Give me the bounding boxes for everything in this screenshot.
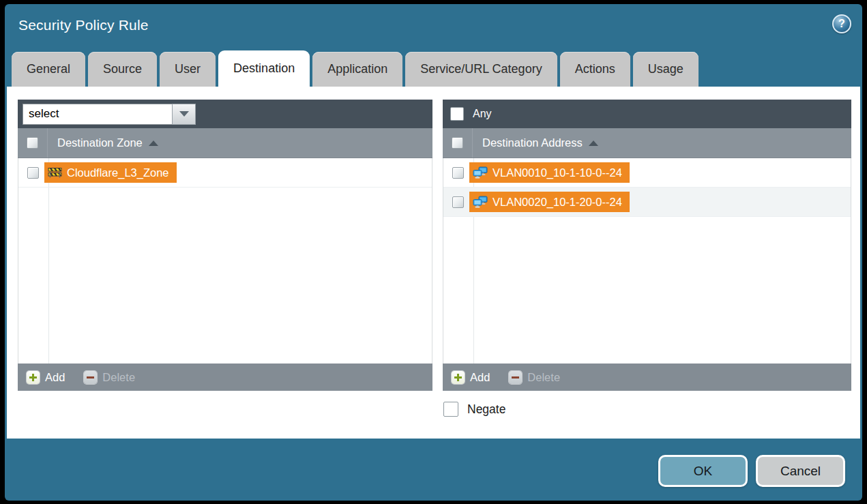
tab-general[interactable]: General (12, 52, 85, 87)
address-row-checkbox[interactable] (452, 167, 464, 179)
address-item-label: VLAN0020_10-1-20-0--24 (493, 196, 622, 209)
zone-column-title[interactable]: Destination Zone (57, 136, 158, 149)
any-checkbox[interactable] (450, 107, 464, 121)
address-toolbar: Any (443, 100, 851, 128)
address-column-title[interactable]: Destination Address (482, 136, 598, 149)
tab-actions[interactable]: Actions (560, 52, 630, 87)
tab-service-url-category[interactable]: Service/URL Category (405, 52, 557, 87)
dialog-title: Security Policy Rule (18, 17, 149, 33)
destination-tab-content: Destination Zone (7, 87, 860, 439)
zone-list: Cloudflare_L3_Zone (18, 158, 432, 364)
address-row: VLAN0010_10-1-10-0--24 (443, 158, 851, 188)
zone-filter-input[interactable] (23, 104, 172, 125)
zone-delete-button[interactable]: Delete (84, 371, 135, 384)
address-add-button[interactable]: Add (452, 371, 490, 384)
zone-row: Cloudflare_L3_Zone (18, 158, 432, 188)
zone-select-all-checkbox[interactable] (27, 137, 38, 149)
negate-checkbox[interactable] (443, 402, 458, 417)
zone-toolbar (18, 100, 432, 128)
address-select-all-cell (443, 128, 473, 158)
zone-icon (48, 167, 62, 178)
security-policy-rule-dialog: Security Policy Rule ? General Source Us… (5, 4, 862, 501)
zone-filter-dropdown-button[interactable] (172, 104, 196, 125)
address-list: VLAN0010_10-1-10-0--24 (443, 158, 851, 364)
sort-ascending-icon (149, 140, 158, 146)
address-item[interactable]: VLAN0010_10-1-10-0--24 (469, 162, 630, 183)
column-separator (48, 158, 49, 364)
tab-application[interactable]: Application (312, 52, 402, 87)
title-bar: Security Policy Rule ? (5, 4, 862, 48)
zone-footer: Add Delete (18, 364, 432, 391)
address-delete-button[interactable]: Delete (509, 371, 560, 384)
chevron-down-icon (179, 111, 189, 117)
zone-item[interactable]: Cloudflare_L3_Zone (44, 162, 177, 183)
address-footer: Add Delete (443, 364, 851, 391)
ok-button[interactable]: OK (658, 455, 748, 487)
address-item-label: VLAN0010_10-1-10-0--24 (493, 166, 622, 179)
zone-select-all-cell (18, 128, 48, 158)
negate-option: Negate (443, 402, 505, 417)
cancel-button[interactable]: Cancel (756, 455, 845, 487)
help-icon[interactable]: ? (832, 14, 851, 33)
address-select-all-checkbox[interactable] (452, 137, 463, 149)
plus-icon (27, 371, 40, 384)
tab-source[interactable]: Source (88, 52, 157, 87)
network-address-icon (473, 166, 488, 179)
help-glyph: ? (838, 18, 845, 30)
destination-zone-panel: Destination Zone (18, 100, 432, 391)
zone-item-label: Cloudflare_L3_Zone (67, 166, 169, 179)
tab-destination[interactable]: Destination (218, 50, 310, 87)
tab-bar: General Source User Destination Applicat… (12, 50, 699, 87)
zone-column-header: Destination Zone (18, 128, 432, 158)
minus-icon (84, 371, 97, 384)
network-address-icon (473, 196, 488, 208)
zone-filter (23, 104, 196, 125)
destination-address-panel: Any Destination Address (443, 100, 851, 391)
address-item[interactable]: VLAN0020_10-1-20-0--24 (469, 192, 630, 212)
any-label: Any (473, 108, 492, 120)
zone-add-button[interactable]: Add (27, 371, 65, 384)
zone-row-checkbox[interactable] (27, 167, 39, 179)
sort-ascending-icon (589, 140, 598, 146)
any-option: Any (447, 107, 492, 121)
plus-icon (452, 371, 465, 384)
minus-icon (509, 371, 522, 384)
negate-label: Negate (467, 402, 505, 417)
address-row: VLAN0020_10-1-20-0--24 (443, 188, 851, 217)
tab-user[interactable]: User (160, 52, 216, 87)
address-row-checkbox[interactable] (452, 196, 464, 208)
tab-usage[interactable]: Usage (633, 52, 699, 87)
address-column-header: Destination Address (443, 128, 851, 158)
